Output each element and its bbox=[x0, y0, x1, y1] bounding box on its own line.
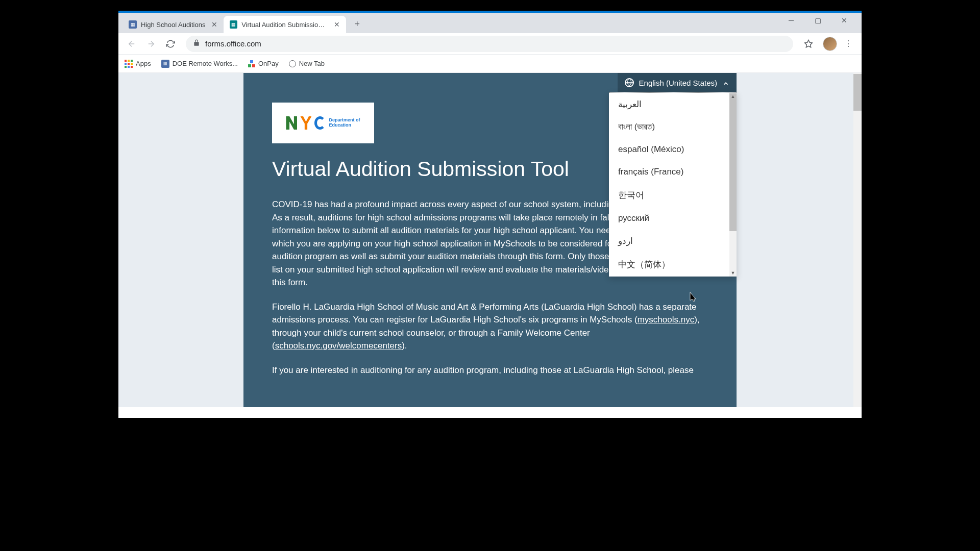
tab-title: High School Auditions bbox=[141, 21, 205, 29]
language-option[interactable]: русский bbox=[609, 207, 737, 230]
language-option[interactable]: español (México) bbox=[609, 138, 737, 161]
doc-icon: ▦ bbox=[161, 60, 169, 68]
tab-strip: ▦ High School Auditions ✕ ▦ Virtual Audi… bbox=[118, 13, 862, 33]
form-paragraph: If you are interested in auditioning for… bbox=[272, 364, 708, 377]
bookmark-doe[interactable]: ▦ DOE Remote Works... bbox=[161, 60, 238, 68]
org-logo: Department ofEducation bbox=[272, 103, 374, 143]
bookmark-label: New Tab bbox=[299, 60, 325, 67]
form-container: English (United States) العربيةবাংলা (ভা… bbox=[243, 73, 737, 407]
reload-button[interactable] bbox=[162, 36, 179, 52]
address-bar: forms.office.com ⋮ bbox=[118, 33, 862, 55]
language-option[interactable]: 中文（简体） bbox=[609, 253, 737, 277]
bookmark-star-button[interactable] bbox=[800, 36, 817, 52]
language-selector[interactable]: English (United States) bbox=[618, 73, 737, 92]
close-icon[interactable]: ✕ bbox=[334, 20, 340, 29]
profile-avatar[interactable] bbox=[823, 37, 837, 51]
nyc-n-icon bbox=[286, 116, 297, 130]
new-tab-button[interactable]: + bbox=[350, 17, 364, 32]
bookmark-apps[interactable]: Apps bbox=[125, 60, 151, 68]
tab-inactive[interactable]: ▦ High School Auditions ✕ bbox=[122, 16, 224, 33]
forward-button[interactable] bbox=[143, 36, 159, 52]
close-icon[interactable]: ✕ bbox=[211, 20, 217, 29]
bookmark-onpay[interactable]: OnPay bbox=[248, 60, 279, 67]
bookmark-label: Apps bbox=[136, 60, 151, 67]
page-viewport: English (United States) العربيةবাংলা (ভা… bbox=[118, 73, 862, 407]
form-title: Virtual Audition Submission Tool bbox=[272, 157, 569, 181]
language-option[interactable]: 한국어 bbox=[609, 183, 737, 207]
scroll-up-arrow-icon[interactable]: ▲ bbox=[729, 93, 737, 100]
window-maximize[interactable]: ▢ bbox=[807, 13, 828, 28]
language-dropdown: العربيةবাংলা (ভারত)español (México)franç… bbox=[609, 92, 737, 277]
bookmark-newtab[interactable]: New Tab bbox=[289, 60, 325, 67]
cursor-icon bbox=[687, 291, 697, 306]
link-welcome-centers[interactable]: schools.nyc.gov/welcomecenters bbox=[275, 341, 402, 350]
globe-icon bbox=[289, 60, 296, 67]
language-option[interactable]: français (France) bbox=[609, 161, 737, 183]
url-field[interactable]: forms.office.com bbox=[186, 36, 793, 52]
bookmark-label: OnPay bbox=[258, 60, 279, 67]
form-paragraph: Fiorello H. LaGuardia High School of Mus… bbox=[272, 300, 708, 353]
page-scrollbar[interactable] bbox=[853, 73, 862, 407]
tab-active[interactable]: ▦ Virtual Audition Submission Tool ✕ bbox=[224, 16, 346, 33]
favicon-icon: ▦ bbox=[230, 20, 237, 29]
language-option[interactable]: العربية bbox=[609, 93, 737, 116]
dropdown-scrollbar[interactable]: ▲ ▼ bbox=[729, 93, 737, 277]
apps-grid-icon bbox=[125, 60, 133, 68]
scroll-thumb[interactable] bbox=[853, 74, 862, 111]
window-close[interactable]: ✕ bbox=[834, 13, 854, 28]
bookmark-label: DOE Remote Works... bbox=[173, 60, 238, 67]
language-option[interactable]: বাংলা (ভারত) bbox=[609, 116, 737, 138]
nyc-c-icon bbox=[314, 116, 326, 130]
svg-marker-0 bbox=[805, 40, 813, 47]
link-myschools[interactable]: myschools.nyc bbox=[638, 315, 694, 324]
globe-icon bbox=[625, 78, 634, 87]
tab-title: Virtual Audition Submission Tool bbox=[241, 21, 328, 29]
onpay-icon bbox=[248, 60, 255, 67]
browser-menu-button[interactable]: ⋮ bbox=[840, 39, 856, 48]
language-option[interactable]: اردو bbox=[609, 230, 737, 253]
bookmarks-bar: Apps ▦ DOE Remote Works... OnPay New Tab bbox=[118, 55, 862, 73]
url-text: forms.office.com bbox=[205, 39, 261, 48]
nyc-y-icon bbox=[300, 116, 311, 130]
lock-icon bbox=[193, 39, 200, 48]
favicon-icon: ▦ bbox=[129, 20, 137, 29]
scroll-thumb[interactable] bbox=[729, 93, 737, 231]
scroll-down-arrow-icon[interactable]: ▼ bbox=[729, 269, 737, 277]
language-current: English (United States) bbox=[639, 79, 717, 87]
logo-text: Department ofEducation bbox=[329, 118, 360, 128]
chevron-up-icon bbox=[722, 79, 729, 87]
window-minimize[interactable]: ─ bbox=[781, 13, 801, 28]
back-button[interactable] bbox=[124, 36, 140, 52]
